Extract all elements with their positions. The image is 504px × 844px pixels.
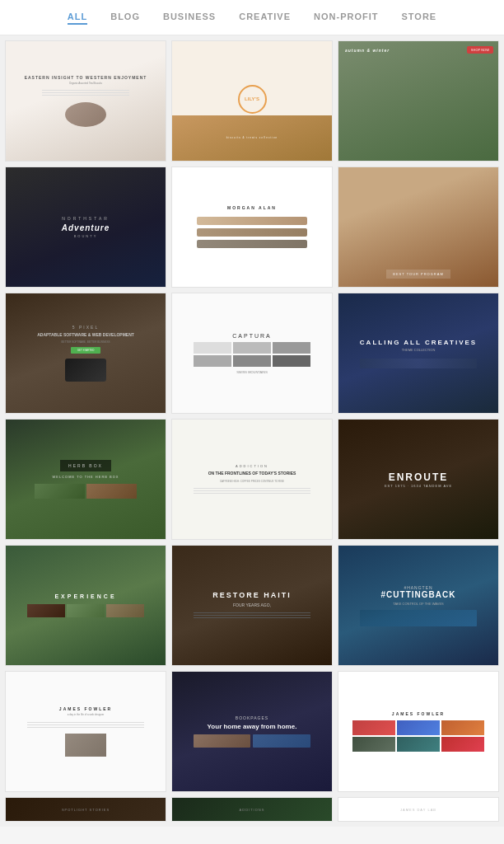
tea-sub: Organic Assorted Tea Biscuits (69, 82, 102, 85)
glasses-title: MORGAN ALAN (227, 205, 277, 210)
card-blank[interactable]: JAMES DAY LAB (338, 797, 499, 822)
theme-grid: EASTERN INSIGHT TO WESTERN ENJOYMENT Org… (0, 35, 504, 797)
nav-item-blog[interactable]: BLOG (110, 12, 140, 25)
card-adventure[interactable]: NORTHSTAR Adventure BOUNTY (5, 166, 166, 288)
nav-item-creative[interactable]: CREATIVE (239, 12, 291, 25)
partial-row: SPOTLIGHT STORIES ADDITIONS JAMES DAY LA… (0, 797, 504, 827)
cuttingback-sub: TAKE CONTROL OF THE WAVES (393, 602, 444, 606)
nav-item-all[interactable]: ALL (68, 12, 87, 25)
card-captura[interactable]: CAPTURA SWISS MOUNTAINS (171, 293, 333, 414)
adventure-sub: BOUNTY (74, 234, 98, 238)
card-pixel[interactable]: 5 PIXEL ADAPTABLE SOFTWARE & WEB DEVELOP… (5, 293, 166, 414)
enroute-sub: EST 1975 · 1634 TANDEM AVE (385, 484, 452, 488)
card-park[interactable]: BEST TOUR PROGRAM (338, 166, 499, 288)
lily-title: LILY'S (245, 96, 259, 102)
tea-title: EASTERN INSIGHT TO WESTERN ENJOYMENT (25, 75, 147, 80)
card-restore[interactable]: RESTORE HAITI FOUR YEARS AGO, (171, 545, 333, 666)
card-experience[interactable]: EXPERIENCE (5, 545, 166, 666)
portfolio-title: JAMES FOWLER (392, 711, 445, 716)
girl-title: autumn & winter (345, 48, 390, 53)
nav-item-business[interactable]: BUSINESS (163, 12, 216, 25)
additions-label: ADDITIONS (240, 808, 265, 812)
card-herb[interactable]: HERB BOX WELCOME TO THE HERB BOX (5, 419, 166, 540)
card-addiction[interactable]: ADDICTION ON THE FRONTLINES OF TODAY'S S… (171, 419, 333, 540)
nav-item-nonprofit[interactable]: NON-PROFIT (314, 12, 378, 25)
addiction-title: ON THE FRONTLINES OF TODAY'S STORIES (186, 471, 318, 476)
addiction-date: CAFFEINE HIGH: COFFEE PRICES CONTINUE TO… (220, 480, 284, 483)
card-girl[interactable]: SHOP NOW autumn & winter (338, 40, 499, 162)
card-tea[interactable]: EASTERN INSIGHT TO WESTERN ENJOYMENT Org… (5, 40, 166, 162)
card-glasses[interactable]: MORGAN ALAN (171, 166, 333, 288)
herb-label: HERB BOX (68, 463, 103, 468)
card-lily[interactable]: LILY'S biscuits & treats collection (171, 40, 333, 162)
park-text: BEST TOUR PROGRAM (393, 272, 443, 276)
bookpages-label: BOOKPAGES (236, 715, 268, 720)
creative-sub: THEME COLLECTION (402, 348, 436, 352)
adventure-brand: NORTHSTAR (62, 216, 110, 221)
cuttingback-title: #CUTTINGBACK (381, 590, 456, 600)
pixel-title: ADAPTABLE SOFTWARE & WEB DEVELOPMENT (37, 332, 134, 338)
card-creatives[interactable]: CALLING ALL CREATIVES THEME COLLECTION (338, 293, 499, 414)
pixel-brand: 5 PIXEL (72, 325, 99, 330)
restore-title: RESTORE HAITI (212, 591, 291, 599)
main-nav: ALL BLOG BUSINESS CREATIVE NON-PROFIT ST… (0, 0, 504, 35)
enroute-title: ENROUTE (389, 471, 449, 483)
girl-btn: SHOP NOW (467, 46, 493, 54)
herb-sub: WELCOME TO THE HERB BOX (52, 475, 119, 479)
bookpages-title: Your home away from home. (208, 723, 297, 730)
pixel-sub: BETTER SOFTWARE, BETTER BUSINESS (61, 340, 110, 344)
blank-label: JAMES DAY LAB (400, 808, 436, 812)
card-cuttingback[interactable]: #HANGTEN #CUTTINGBACK TAKE CONTROL OF TH… (338, 545, 499, 666)
card-additions[interactable]: ADDITIONS (171, 797, 333, 822)
nav-item-store[interactable]: STORE (401, 12, 436, 25)
blog2-title: JAMES FOWLER (59, 706, 112, 711)
captura-title: CAPTURA (232, 333, 271, 339)
card-blog2[interactable]: JAMES FOWLER a day in the life of a web … (5, 671, 166, 792)
adventure-title: Adventure (62, 223, 110, 232)
creative-title: CALLING ALL CREATIVES (360, 339, 477, 346)
spotlight-label: SPOTLIGHT STORIES (62, 808, 110, 812)
pixel-btn: GET STARTED (71, 347, 101, 354)
card-portfolio[interactable]: JAMES FOWLER (338, 671, 499, 792)
card-spotlight[interactable]: SPOTLIGHT STORIES (5, 797, 166, 822)
experience-title: EXPERIENCE (54, 593, 116, 599)
card-enroute[interactable]: ENROUTE EST 1975 · 1634 TANDEM AVE (338, 419, 499, 540)
restore-sub: FOUR YEARS AGO, (233, 603, 271, 607)
card-bookpages[interactable]: BOOKPAGES Your home away from home. (171, 671, 333, 792)
addiction-label: ADDICTION (236, 464, 268, 468)
